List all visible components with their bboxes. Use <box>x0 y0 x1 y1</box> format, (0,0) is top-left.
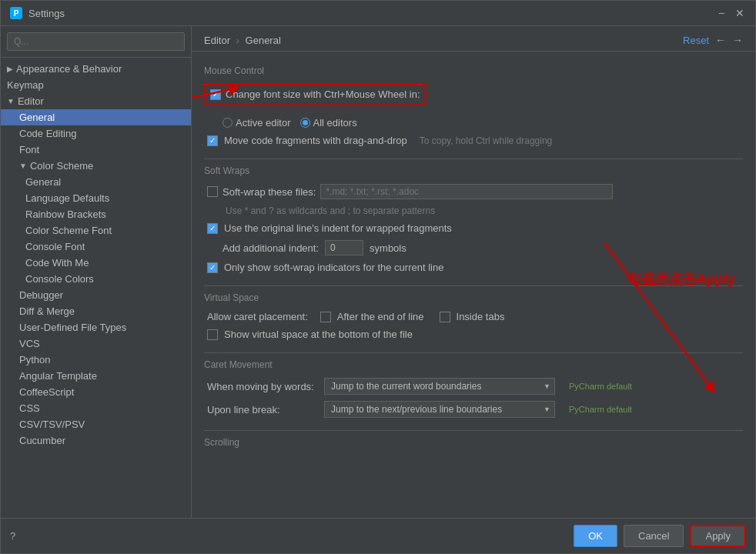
sidebar-item-color-scheme[interactable]: ▼ Color Scheme <box>1 158 191 174</box>
sidebar-item-cs-font[interactable]: Color Scheme Font <box>1 222 191 239</box>
move-code-checkbox[interactable]: ✓ <box>207 135 218 146</box>
dialog-title: Settings <box>28 8 65 19</box>
sidebar-item-label: User-Defined File Types <box>19 322 126 333</box>
soft-wrap-files-label: Soft-wrap these files: <box>222 186 316 198</box>
sidebar-item-appearance[interactable]: ▶ Appearance & Behavior <box>1 61 191 77</box>
search-input[interactable] <box>7 32 185 51</box>
move-code-hint: To copy, hold Ctrl while dragging <box>420 135 553 146</box>
sidebar-item-label: Console Colors <box>25 273 94 285</box>
virtual-space-section: Virtual Space Allow caret placement: Aft… <box>204 292 743 340</box>
move-code-label: Move code fragments with drag-and-drop <box>224 135 407 146</box>
show-virtual-space-checkbox[interactable] <box>207 329 218 340</box>
sidebar-item-python[interactable]: Python <box>1 352 191 368</box>
sidebar-item-general[interactable]: General <box>1 109 191 125</box>
nav-forward-button[interactable]: → <box>732 34 743 46</box>
caret-placement-row: Allow caret placement: After the end of … <box>204 311 743 322</box>
sidebar-item-code-editing[interactable]: Code Editing <box>1 125 191 142</box>
sidebar-item-cs-general[interactable]: General <box>1 174 191 190</box>
sidebar-item-css[interactable]: CSS <box>1 400 191 416</box>
title-bar: P Settings − ✕ <box>1 1 755 26</box>
dialog-body: ▶ Appearance & Behavior Keymap ▼ Editor … <box>1 26 755 518</box>
cancel-button[interactable]: Cancel <box>624 525 684 547</box>
sidebar-item-editor[interactable]: ▼ Editor <box>1 93 191 109</box>
symbols-label: symbols <box>370 242 406 254</box>
soft-wrap-files-input[interactable] <box>320 184 613 199</box>
footer-buttons: OK Cancel Apply <box>574 525 746 547</box>
caret-movement-title: Caret Movement <box>204 359 743 370</box>
nav-back-button[interactable]: ← <box>715 34 726 46</box>
sidebar-item-label: Debugger <box>19 289 63 301</box>
sidebar-item-cs-rainbow[interactable]: Rainbow Brackets <box>1 206 191 222</box>
breadcrumb-separator: › <box>236 35 239 46</box>
soft-wraps-section: Soft Wraps Soft-wrap these files: Use * … <box>204 165 743 273</box>
show-indicators-label: Only show soft-wrap indicators for the c… <box>224 262 443 273</box>
pycharm-default-1: PyCharm default <box>569 382 632 391</box>
all-editors-radio[interactable] <box>300 118 310 128</box>
sidebar-item-cs-language[interactable]: Language Defaults <box>1 190 191 206</box>
active-editor-label: Active editor <box>236 117 291 128</box>
sidebar-item-label: Console Font <box>25 241 85 252</box>
additional-indent-input[interactable] <box>325 240 363 255</box>
sidebar-item-label: Editor <box>18 95 44 107</box>
sidebar-item-angular[interactable]: Angular Template <box>1 368 191 384</box>
active-editor-radio[interactable] <box>222 118 232 128</box>
scrolling-title: Scrolling <box>204 437 743 448</box>
sidebar-item-label: General <box>25 176 61 188</box>
sidebar: ▶ Appearance & Behavior Keymap ▼ Editor … <box>1 26 192 518</box>
breadcrumb-editor: Editor <box>204 35 230 46</box>
all-editors-label: All editors <box>313 117 357 128</box>
sidebar-item-cs-codewithme[interactable]: Code With Me <box>1 255 191 271</box>
moving-by-words-select[interactable]: Jump to the current word boundaries <box>324 378 555 395</box>
change-font-size-checkbox[interactable]: ✓ <box>210 89 221 100</box>
check-icon: ✓ <box>212 91 219 98</box>
sidebar-item-keymap[interactable]: Keymap <box>1 77 191 93</box>
sidebar-item-label: Color Scheme Font <box>25 225 112 236</box>
inside-tabs-label: Inside tabs <box>457 311 505 322</box>
search-box <box>1 26 191 58</box>
sidebar-item-csv[interactable]: CSV/TSV/PSV <box>1 416 191 432</box>
show-virtual-space-row: Show virtual space at the bottom of the … <box>204 329 743 340</box>
ok-button[interactable]: OK <box>574 525 617 547</box>
reset-button[interactable]: Reset <box>683 35 709 46</box>
sidebar-item-coffeescript[interactable]: CoffeeScript <box>1 384 191 400</box>
close-button[interactable]: ✕ <box>734 7 746 19</box>
breadcrumb: Editor › General <box>204 35 281 46</box>
show-indicators-checkbox[interactable]: ✓ <box>207 262 218 273</box>
sidebar-tree: ▶ Appearance & Behavior Keymap ▼ Editor … <box>1 58 191 518</box>
content-area: Mouse Control ✓ Change font size with Ct… <box>192 52 755 518</box>
sidebar-item-font[interactable]: Font <box>1 142 191 158</box>
sidebar-item-diff-merge[interactable]: Diff & Merge <box>1 303 191 319</box>
editor-scope-radio-group: Active editor All editors <box>222 117 743 128</box>
line-break-select[interactable]: Jump to the next/previous line boundarie… <box>324 401 555 418</box>
soft-wrap-files-row: Soft-wrap these files: <box>204 184 743 199</box>
sidebar-item-label: Appearance & Behavior <box>16 63 122 75</box>
sidebar-item-cs-console-font[interactable]: Console Font <box>1 239 191 255</box>
active-editor-radio-label[interactable]: Active editor <box>222 117 291 128</box>
sidebar-item-label: Font <box>19 144 39 155</box>
sidebar-item-vcs[interactable]: VCS <box>1 335 191 352</box>
minimize-button[interactable]: − <box>715 7 728 19</box>
line-break-row: Upon line break: Jump to the next/previo… <box>207 401 743 418</box>
apply-button[interactable]: Apply <box>690 525 746 547</box>
sidebar-item-label: General <box>19 112 55 123</box>
after-end-of-line-checkbox[interactable] <box>320 312 331 322</box>
title-controls: − ✕ <box>715 7 746 19</box>
sidebar-item-user-defined[interactable]: User-Defined File Types <box>1 319 191 335</box>
check-icon: ✓ <box>209 225 216 232</box>
annotation-text: 勾选后点击Apply <box>627 270 735 289</box>
inside-tabs-checkbox[interactable] <box>440 312 450 322</box>
use-original-indent-checkbox[interactable]: ✓ <box>207 223 218 234</box>
sidebar-item-cucumber[interactable]: Cucumber <box>1 432 191 449</box>
sidebar-item-label: Color Scheme <box>30 160 93 172</box>
move-code-row: ✓ Move code fragments with drag-and-drop… <box>204 135 743 146</box>
soft-wrap-checkbox[interactable] <box>207 186 218 197</box>
sidebar-item-cs-console-colors[interactable]: Console Colors <box>1 271 191 287</box>
footer: ? OK Cancel Apply <box>1 518 755 553</box>
sidebar-item-debugger[interactable]: Debugger <box>1 287 191 303</box>
change-font-size-highlight: ✓ Change font size with Ctrl+Mouse Wheel… <box>204 84 427 105</box>
all-editors-radio-label[interactable]: All editors <box>300 117 357 128</box>
sidebar-item-label: VCS <box>19 338 40 349</box>
check-icon: ✓ <box>209 137 216 145</box>
help-icon[interactable]: ? <box>10 530 15 542</box>
content-wrapper: Mouse Control ✓ Change font size with Ct… <box>204 65 743 448</box>
